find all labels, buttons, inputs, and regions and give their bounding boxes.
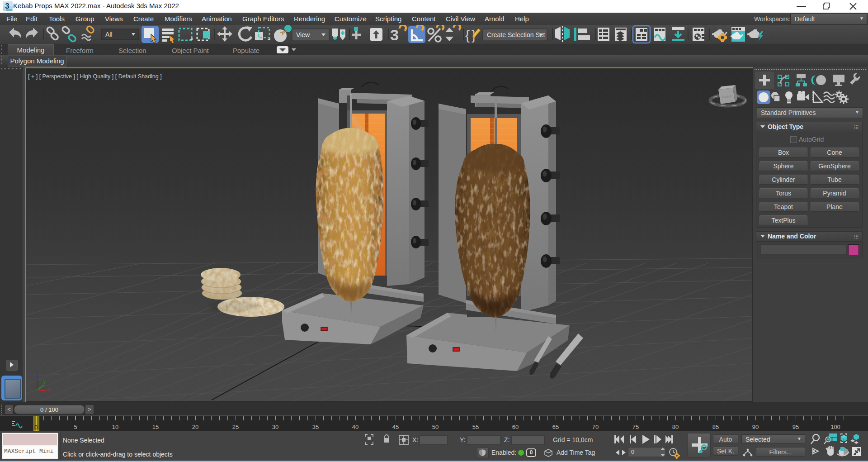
svg-text:y: y bbox=[43, 379, 46, 384]
svg-text:MAX: MAX bbox=[6, 9, 12, 11]
svg-text:{: { bbox=[465, 28, 470, 43]
svg-text:All: All bbox=[105, 31, 113, 38]
svg-text:3: 3 bbox=[390, 26, 399, 43]
svg-text:Create Selection Set: Create Selection Set bbox=[487, 31, 545, 38]
svg-text:[ + ] [ Perspective ] [ High Q: [ + ] [ Perspective ] [ High Quality ] [… bbox=[28, 73, 162, 80]
svg-text:x: x bbox=[48, 387, 50, 392]
svg-text:View: View bbox=[296, 31, 310, 38]
svg-text:z: z bbox=[36, 374, 38, 379]
